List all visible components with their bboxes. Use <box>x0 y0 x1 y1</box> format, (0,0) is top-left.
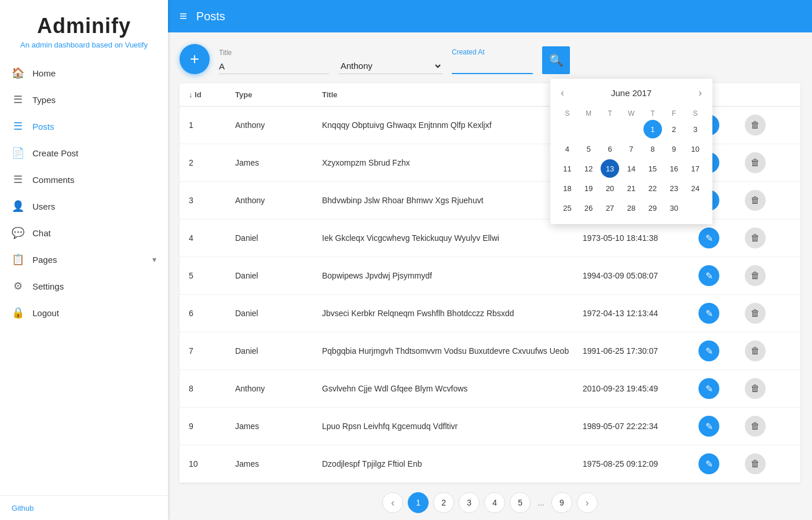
delete-button-4[interactable]: 🗑 <box>745 228 766 248</box>
cal-cell-5[interactable]: 5 <box>579 140 598 158</box>
delete-button-6[interactable]: 🗑 <box>745 303 766 324</box>
delete-button-2[interactable]: 🗑 <box>745 152 766 173</box>
logout-icon: 🔒 <box>12 306 24 319</box>
cal-cell-29[interactable]: 29 <box>643 199 662 217</box>
delete-button-9[interactable]: 🗑 <box>745 416 766 437</box>
content-area: + Title Anthony James Daniel Created At … <box>168 32 812 520</box>
sidebar-label-settings: Settings <box>32 281 156 291</box>
cal-cell-17[interactable]: 17 <box>686 159 705 178</box>
cal-cell-empty <box>601 120 619 138</box>
cal-cell-22[interactable]: 22 <box>643 179 662 197</box>
cal-cell-8[interactable]: 8 <box>643 140 662 158</box>
delete-button-10[interactable]: 🗑 <box>745 453 766 474</box>
sidebar-footer: Github <box>0 495 168 520</box>
page-btn-1[interactable]: 1 <box>408 492 429 513</box>
cal-cell-14[interactable]: 14 <box>622 159 641 178</box>
cal-cell-30[interactable]: 30 <box>665 199 683 217</box>
cal-cell-9[interactable]: 9 <box>665 140 683 158</box>
calendar-prev-button[interactable]: ‹ <box>557 86 568 100</box>
delete-button-8[interactable]: 🗑 <box>745 378 766 399</box>
cell-created-at: 2010-09-23 19:45:49 <box>583 384 698 393</box>
fab-add-button[interactable]: + <box>180 44 210 74</box>
sidebar-label-logout: Logout <box>32 308 156 318</box>
cal-cell-23[interactable]: 23 <box>665 179 683 197</box>
calendar-next-button[interactable]: › <box>695 86 705 100</box>
author-filter-field: Anthony James Daniel <box>338 56 442 74</box>
cal-cell-13[interactable]: 13 <box>601 159 619 178</box>
cell-actions-edit: ✎ <box>698 416 745 437</box>
cal-cell-2[interactable]: 2 <box>665 120 683 138</box>
github-link[interactable]: Github <box>12 504 34 512</box>
sidebar-item-users[interactable]: 👤 Users <box>0 193 168 219</box>
col-id[interactable]: ↓ Id <box>189 90 235 99</box>
cal-cell-12[interactable]: 12 <box>579 159 598 178</box>
cal-cell-27[interactable]: 27 <box>601 199 619 217</box>
pagination-prev[interactable]: ‹ <box>382 492 403 513</box>
delete-button-5[interactable]: 🗑 <box>745 265 766 286</box>
sidebar-item-create-post[interactable]: 📄 Create Post <box>0 140 168 166</box>
title-input[interactable] <box>219 59 329 74</box>
cal-cell-26[interactable]: 26 <box>579 199 598 217</box>
edit-button-8[interactable]: ✎ <box>698 378 719 399</box>
cal-cell-24[interactable]: 24 <box>686 179 705 197</box>
cal-cell-10[interactable]: 10 <box>686 140 705 158</box>
sidebar-label-types: Types <box>32 95 156 105</box>
cal-cell-1[interactable]: 1 <box>643 120 662 138</box>
cal-cell-4[interactable]: 4 <box>558 140 576 158</box>
edit-button-5[interactable]: ✎ <box>698 265 719 286</box>
delete-button-7[interactable]: 🗑 <box>745 340 766 361</box>
cal-cell-6[interactable]: 6 <box>601 140 619 158</box>
search-icon: 🔍 <box>549 53 564 67</box>
cal-cell-15[interactable]: 15 <box>643 159 662 178</box>
table-row: 6 Daniel Jbvseci Kerbkr Relqneqm Fwshflh… <box>180 295 800 332</box>
sidebar-item-types[interactable]: ☰ Types <box>0 86 168 113</box>
page-btn-2[interactable]: 2 <box>433 492 454 513</box>
cal-cell-25[interactable]: 25 <box>558 199 576 217</box>
cal-cell-7[interactable]: 7 <box>622 140 641 158</box>
col-type[interactable]: Type <box>235 90 322 99</box>
edit-button-7[interactable]: ✎ <box>698 340 719 361</box>
author-select[interactable]: Anthony James Daniel <box>338 58 442 74</box>
delete-button-1[interactable]: 🗑 <box>745 115 766 136</box>
hamburger-icon[interactable]: ≡ <box>180 9 187 24</box>
col-title[interactable]: Title <box>322 90 583 99</box>
sidebar-item-comments[interactable]: ☰ Comments <box>0 166 168 193</box>
cell-actions-edit: ✎ <box>698 228 745 248</box>
cal-cell-21[interactable]: 21 <box>622 179 641 197</box>
cal-day-header-F: F <box>664 107 684 120</box>
sidebar-item-home[interactable]: 🏠 Home <box>0 60 168 86</box>
cell-actions-edit: ✎ <box>698 453 745 474</box>
page-btn-4[interactable]: 4 <box>484 492 505 513</box>
cal-cell-20[interactable]: 20 <box>601 179 619 197</box>
pagination-next[interactable]: › <box>577 492 598 513</box>
cell-type: James <box>235 158 322 167</box>
sidebar-label-pages: Pages <box>32 255 144 265</box>
sidebar-item-posts[interactable]: ☰ Posts <box>0 113 168 140</box>
edit-button-10[interactable]: ✎ <box>698 453 719 474</box>
delete-button-3[interactable]: 🗑 <box>745 190 766 211</box>
edit-button-9[interactable]: ✎ <box>698 416 719 437</box>
page-btn-3[interactable]: 3 <box>459 492 480 513</box>
cal-cell-19[interactable]: 19 <box>579 179 598 197</box>
sidebar-item-settings[interactable]: ⚙ Settings <box>0 273 168 299</box>
cell-title: Knqqqy Obptuivg Ghwaqx Enjtnnm Qlfp Kexl… <box>322 120 583 130</box>
cal-cell-28[interactable]: 28 <box>622 199 641 217</box>
cell-type: Daniel <box>235 271 322 280</box>
search-button[interactable]: 🔍 <box>542 46 570 74</box>
cal-cell-18[interactable]: 18 <box>558 179 576 197</box>
pages-icon: 📋 <box>12 253 24 266</box>
sidebar-label-home: Home <box>32 68 156 78</box>
edit-button-6[interactable]: ✎ <box>698 303 719 324</box>
created-at-input[interactable] <box>452 58 533 74</box>
sidebar-item-chat[interactable]: 💬 Chat <box>0 219 168 246</box>
cell-type: Anthony <box>235 196 322 205</box>
edit-button-4[interactable]: ✎ <box>698 228 719 248</box>
sidebar-item-pages[interactable]: 📋 Pages ▾ <box>0 246 168 273</box>
page-btn-5[interactable]: 5 <box>510 492 531 513</box>
cal-cell-3[interactable]: 3 <box>686 120 705 138</box>
cal-cell-11[interactable]: 11 <box>558 159 576 178</box>
page-btn-9[interactable]: 9 <box>551 492 572 513</box>
sidebar-item-logout[interactable]: 🔒 Logout <box>0 299 168 326</box>
cal-cell-16[interactable]: 16 <box>665 159 683 178</box>
cell-id: 4 <box>189 233 235 243</box>
